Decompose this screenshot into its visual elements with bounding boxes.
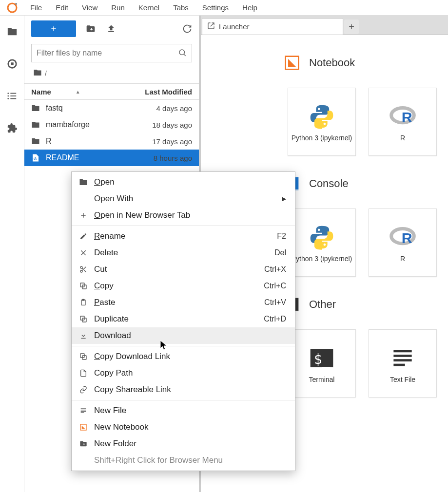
cm-duplicate[interactable]: Duplicate Ctrl+D [72, 311, 295, 327]
card-label: Python 3 (ipykernel) [290, 134, 354, 142]
cm-new-folder[interactable]: New Folder [72, 435, 295, 452]
file-filter[interactable] [31, 44, 192, 62]
menu-help[interactable]: Help [235, 0, 264, 16]
folder-open-icon [78, 177, 88, 187]
card-label: Terminal [307, 376, 337, 384]
text-file-icon [388, 343, 417, 373]
clipboard-icon [78, 298, 88, 307]
context-menu: Open Open With ▶ Open in New Browser Tab… [71, 171, 295, 471]
menu-tabs[interactable]: Tabs [166, 0, 195, 16]
r-icon: R [388, 102, 417, 131]
cm-shortcut: F2 [277, 232, 286, 241]
svg-marker-48 [82, 426, 85, 429]
plus-icon [78, 210, 88, 220]
folder-icon [31, 137, 42, 146]
file-browser-tab-icon[interactable] [5, 24, 19, 39]
menu-run[interactable]: Run [104, 0, 132, 16]
cm-shortcut: Ctrl+C [264, 282, 286, 290]
toc-tab-icon[interactable] [5, 89, 19, 103]
file-modified: 18 days ago [152, 121, 192, 129]
menu-settings[interactable]: Settings [195, 0, 235, 16]
svg-text:$_: $_ [314, 351, 331, 367]
cm-cut[interactable]: Cut Ctrl+X [72, 261, 295, 278]
cm-delete[interactable]: Delete Del [72, 245, 295, 261]
file-row[interactable]: R17 days ago [24, 133, 199, 150]
card-console-r[interactable]: R R [369, 208, 437, 277]
card-console-python[interactable]: Python 3 (ipykernel) [288, 208, 356, 277]
file-list: fastq4 days agomambaforge18 days agoR17 … [24, 100, 199, 166]
tab-launcher[interactable]: Launcher [202, 18, 343, 35]
cm-download[interactable]: Download [72, 327, 295, 344]
file-modified: 17 days ago [152, 137, 192, 146]
launcher-notebook-section: Notebook Python 3 (ipykernel) R R [201, 55, 448, 156]
breadcrumb[interactable]: / [24, 65, 199, 83]
new-folder-icon[interactable] [85, 23, 97, 35]
refresh-icon[interactable] [181, 23, 193, 35]
launcher-tab-icon [207, 22, 215, 31]
cm-open[interactable]: Open [72, 174, 295, 190]
card-label: R [398, 134, 407, 142]
pencil-icon [78, 231, 88, 241]
cm-new-notebook[interactable]: New Notebook [72, 419, 295, 435]
copy-icon [78, 352, 88, 361]
markdown-icon [31, 153, 42, 162]
breadcrumb-root[interactable]: / [45, 70, 47, 77]
card-terminal[interactable]: $_ Terminal [288, 329, 356, 397]
cm-shortcut: Ctrl+V [264, 298, 286, 307]
menu-kernel[interactable]: Kernel [132, 0, 166, 16]
card-notebook-python[interactable]: Python 3 (ipykernel) [288, 88, 356, 156]
menu-file[interactable]: File [23, 0, 49, 16]
cm-new-file[interactable]: New File [72, 402, 295, 419]
new-launcher-button[interactable] [31, 20, 76, 37]
card-notebook-r[interactable]: R R [369, 88, 437, 156]
file-modified: 8 hours ago [154, 154, 192, 162]
card-label: R [398, 255, 407, 263]
left-rail [0, 16, 24, 492]
file-list-header: Name ▲ Last Modified [24, 83, 199, 100]
extensions-tab-icon[interactable] [5, 121, 19, 135]
file-name: mambaforge [46, 120, 152, 129]
scissors-icon [78, 265, 88, 274]
cm-copy[interactable]: Copy Ctrl+C [72, 278, 295, 294]
file-modified: 4 days ago [156, 104, 192, 113]
svg-rect-3 [11, 62, 14, 65]
svg-line-11 [184, 54, 185, 56]
chevron-right-icon: ▶ [282, 195, 286, 202]
cm-rename[interactable]: Rename F2 [72, 228, 295, 245]
file-name: R [46, 137, 152, 146]
jupyter-logo-icon [6, 1, 19, 14]
cm-open-new-tab[interactable]: Open in New Browser Tab [72, 207, 295, 224]
folder-icon [31, 120, 42, 129]
file-filter-input[interactable] [37, 49, 178, 57]
duplicate-icon [78, 314, 88, 324]
file-row[interactable]: mambaforge18 days ago [24, 116, 199, 133]
menu-view[interactable]: View [75, 0, 104, 16]
launcher-other-label: Other [309, 298, 336, 311]
text-lines-icon [78, 406, 88, 416]
menubar: File Edit View Run Kernel Tabs Settings … [0, 0, 448, 16]
add-tab-button[interactable]: + [344, 19, 359, 34]
cm-copy-download-link[interactable]: Copy Download Link [72, 348, 295, 365]
cm-paste[interactable]: Paste Ctrl+V [72, 294, 295, 311]
separator [72, 400, 295, 400]
svg-marker-13 [288, 59, 296, 67]
cm-copy-path[interactable]: Copy Path [72, 365, 295, 381]
col-name-label[interactable]: Name [31, 88, 51, 96]
r-icon: R [388, 223, 417, 252]
copy-icon [78, 281, 88, 291]
cm-open-with[interactable]: Open With ▶ [72, 190, 295, 207]
col-modified-label[interactable]: Last Modified [145, 88, 192, 96]
cm-copy-shareable[interactable]: Copy Shareable Link [72, 381, 295, 398]
folder-icon [31, 104, 42, 113]
card-label: Text File [388, 376, 417, 384]
running-tab-icon[interactable] [5, 57, 19, 71]
menu-edit[interactable]: Edit [49, 0, 75, 16]
file-row[interactable]: README8 hours ago [24, 150, 199, 166]
upload-icon[interactable] [105, 23, 117, 35]
launcher-console-label: Console [309, 177, 349, 190]
file-row[interactable]: fastq4 days ago [24, 100, 199, 116]
card-text-file[interactable]: Text File [369, 329, 437, 397]
svg-point-31 [80, 270, 82, 272]
sort-asc-icon: ▲ [76, 89, 80, 95]
cm-shortcut: Ctrl+X [264, 265, 286, 274]
